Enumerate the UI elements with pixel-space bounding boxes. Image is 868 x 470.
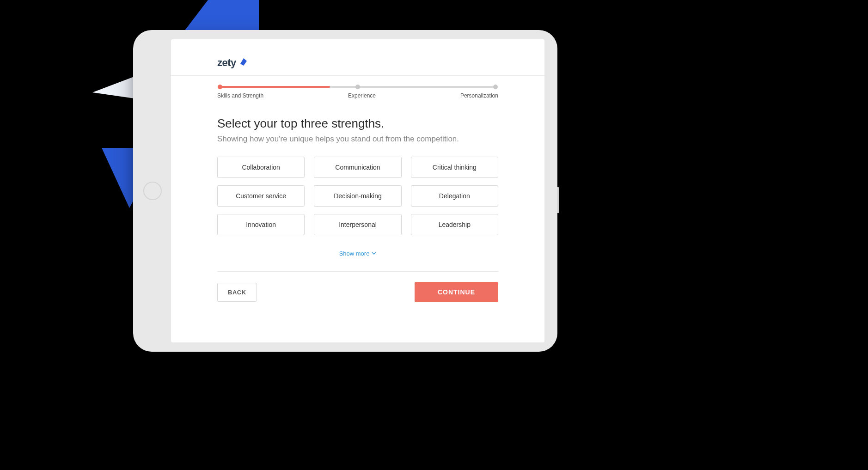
option-label: Decision-making [334,192,381,200]
option-label: Customer service [236,192,286,200]
logo-arrow-icon [239,57,248,68]
progress-node-experience [355,85,360,89]
show-more-wrap: Show more [217,249,498,257]
option-collaboration[interactable]: Collaboration [217,157,305,178]
option-label: Delegation [439,192,470,200]
progress-fill [220,86,330,88]
screen: zety Skills and Strength [171,39,544,342]
option-critical-thinking[interactable]: Critical thinking [411,157,498,178]
logo-area: zety [217,57,498,69]
progress-labels: Skills and Strength Experience Personali… [217,92,498,99]
show-more-link[interactable]: Show more [339,250,377,257]
progress-label-experience: Experience [348,92,376,99]
progress-node-personalization [493,85,498,89]
page-subtitle: Showing how you're unique helps you stan… [217,134,498,144]
option-label: Leadership [439,221,471,228]
option-label: Interpersonal [339,221,377,228]
progress-node-skills [218,85,222,89]
option-customer-service[interactable]: Customer service [217,185,305,207]
home-button [143,182,162,200]
tablet-frame: zety Skills and Strength [133,30,557,352]
option-communication[interactable]: Communication [314,157,401,178]
option-delegation[interactable]: Delegation [411,185,498,207]
option-leadership[interactable]: Leadership [411,214,498,235]
option-label: Communication [335,164,380,171]
chevron-down-icon [372,250,376,257]
continue-label: CONTINUE [438,288,475,296]
header-divider [171,75,544,76]
strengths-grid: Collaboration Communication Critical thi… [217,157,498,235]
page-title: Select your top three strengths. [217,116,498,131]
sleep-button [557,187,559,213]
progress-bar [220,86,495,88]
show-more-label: Show more [339,250,370,257]
continue-button[interactable]: CONTINUE [415,282,498,302]
progress-label-personalization: Personalization [460,92,498,99]
logo-text: zety [217,57,236,69]
option-decision-making[interactable]: Decision-making [314,185,401,207]
logo[interactable]: zety [217,57,248,69]
option-label: Collaboration [242,164,280,171]
back-label: BACK [228,289,246,296]
option-interpersonal[interactable]: Interpersonal [314,214,401,235]
app-content: zety Skills and Strength [171,39,544,320]
option-label: Critical thinking [433,164,477,171]
progress-tracker: Skills and Strength Experience Personali… [217,86,498,99]
footer: BACK CONTINUE [217,282,498,302]
progress-label-skills: Skills and Strength [217,92,263,99]
footer-divider [217,271,498,272]
back-button[interactable]: BACK [217,283,257,302]
option-innovation[interactable]: Innovation [217,214,305,235]
option-label: Innovation [246,221,276,228]
